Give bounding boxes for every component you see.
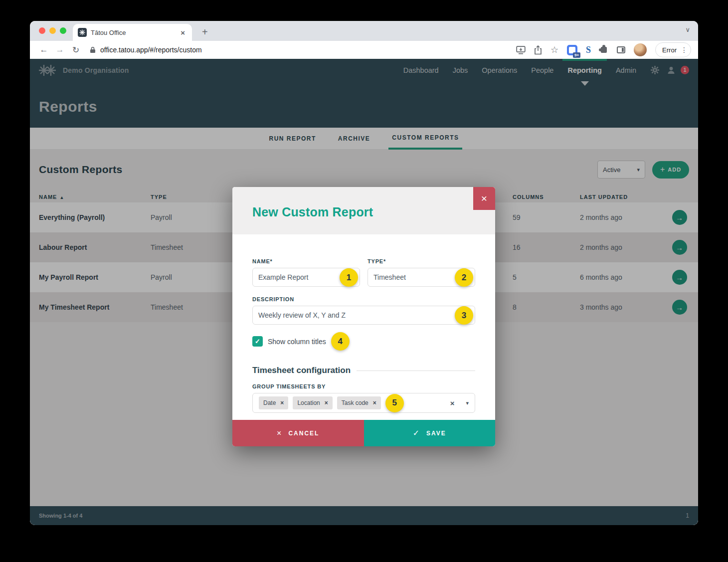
error-label: Error — [662, 46, 677, 54]
name-input[interactable]: Example Report 1 — [252, 268, 360, 287]
name-value: Example Report — [258, 273, 308, 281]
annotation-badge-5: 5 — [385, 394, 404, 412]
type-value: Timesheet — [373, 273, 406, 281]
type-field-label: TYPE* — [367, 258, 475, 264]
forward-icon[interactable]: → — [53, 43, 67, 57]
browser-window: Tātou Office × + ∨ ← → ↻ office.tatou.ap… — [30, 21, 698, 525]
save-button[interactable]: ✓ SAVE — [364, 420, 496, 446]
url-text: office.tatou.app/#/reports/custom — [100, 46, 202, 54]
lock-icon — [90, 46, 96, 53]
close-icon: × — [481, 192, 487, 204]
minimize-window-button[interactable] — [49, 27, 56, 34]
check-icon: ✓ — [255, 338, 260, 345]
screenshot-stage: Tātou Office × + ∨ ← → ↻ office.tatou.ap… — [0, 0, 728, 562]
browser-tabstrip: Tātou Office × + ∨ — [30, 21, 698, 41]
modal-header: New Custom Report × — [232, 187, 495, 234]
modal-close-button[interactable]: × — [473, 187, 495, 210]
chip-remove-icon[interactable]: × — [280, 399, 284, 406]
group-timesheets-label: GROUP TIMESHEETS BY — [252, 383, 475, 389]
extension-badge: 9+ — [573, 52, 580, 58]
address-bar[interactable]: office.tatou.app/#/reports/custom — [90, 46, 514, 54]
chip-date[interactable]: Date × — [259, 396, 288, 409]
chip-label: Task code — [342, 399, 368, 406]
menu-dots-icon: ⋮ — [681, 46, 688, 54]
zoom-window-button[interactable] — [60, 27, 66, 34]
tab-title: Tātou Office — [91, 29, 175, 36]
extensions-puzzle-icon[interactable] — [601, 47, 607, 53]
group-timesheets-multiselect[interactable]: Date × Location × Task code × 5 — [252, 393, 475, 413]
modal-body: NAME* Example Report 1 TYPE* Timesheet 2 — [232, 258, 495, 413]
browser-menu-error-button[interactable]: Error ⋮ — [655, 42, 691, 57]
annotation-badge-1: 1 — [340, 268, 358, 287]
annotation-badge-3: 3 — [455, 306, 473, 325]
tab-search-chevron-icon[interactable]: ∨ — [685, 26, 690, 33]
chip-remove-icon[interactable]: × — [325, 399, 328, 406]
description-input[interactable]: Weekly review of X, Y and Z 3 — [252, 306, 475, 325]
cancel-x-icon: × — [277, 429, 282, 438]
cancel-label: CANCEL — [288, 430, 319, 437]
chip-location[interactable]: Location × — [293, 396, 332, 409]
annotation-badge-2: 2 — [455, 268, 473, 287]
browser-tab[interactable]: Tātou Office × — [73, 24, 192, 41]
close-window-button[interactable] — [39, 27, 45, 34]
section-divider — [357, 371, 475, 371]
chip-task-code[interactable]: Task code × — [337, 396, 381, 409]
new-custom-report-modal: New Custom Report × NAME* Example Report… — [232, 187, 495, 446]
dropdown-caret-icon[interactable]: ▾ — [466, 400, 469, 406]
chip-label: Location — [297, 399, 320, 406]
cancel-button[interactable]: × CANCEL — [232, 420, 364, 446]
checkbox-label: Show column titles — [268, 338, 326, 346]
description-field-label: DESCRIPTION — [252, 296, 475, 302]
show-column-titles-checkbox[interactable]: ✓ — [252, 336, 263, 347]
share-icon[interactable] — [534, 45, 542, 55]
toolbar-right-cluster: ☆ 9+ S Error ⋮ — [516, 42, 691, 57]
new-tab-button[interactable]: + — [199, 26, 211, 38]
app-viewport: Demo Organisation Dashboard Jobs Operati… — [30, 59, 698, 525]
extension-s-icon[interactable]: S — [586, 45, 591, 55]
clear-selection-icon[interactable]: × — [450, 399, 455, 407]
browser-toolbar: ← → ↻ office.tatou.app/#/reports/custom … — [30, 41, 698, 59]
tab-close-icon[interactable]: × — [179, 28, 187, 37]
save-label: SAVE — [426, 430, 446, 437]
reload-icon[interactable]: ↻ — [69, 43, 83, 57]
annotation-badge-4: 4 — [331, 332, 350, 351]
type-select[interactable]: Timesheet 2 — [367, 268, 475, 287]
install-app-icon[interactable] — [516, 46, 526, 54]
bookmark-star-icon[interactable]: ☆ — [550, 44, 558, 55]
tab-favicon-icon — [78, 28, 87, 37]
modal-title: New Custom Report — [252, 205, 373, 219]
description-value: Weekly review of X, Y and Z — [258, 311, 346, 319]
back-icon[interactable]: ← — [37, 43, 51, 57]
side-panel-icon[interactable] — [617, 46, 625, 53]
chip-remove-icon[interactable]: × — [373, 399, 376, 406]
profile-avatar[interactable] — [634, 43, 647, 56]
name-field-label: NAME* — [252, 258, 360, 264]
extension-coupon-icon[interactable]: 9+ — [567, 45, 577, 55]
modal-footer: × CANCEL ✓ SAVE — [232, 420, 495, 446]
chip-label: Date — [263, 399, 276, 406]
save-check-icon: ✓ — [413, 428, 420, 438]
timesheet-config-title: Timesheet configuration — [252, 366, 351, 375]
window-controls — [39, 27, 66, 34]
